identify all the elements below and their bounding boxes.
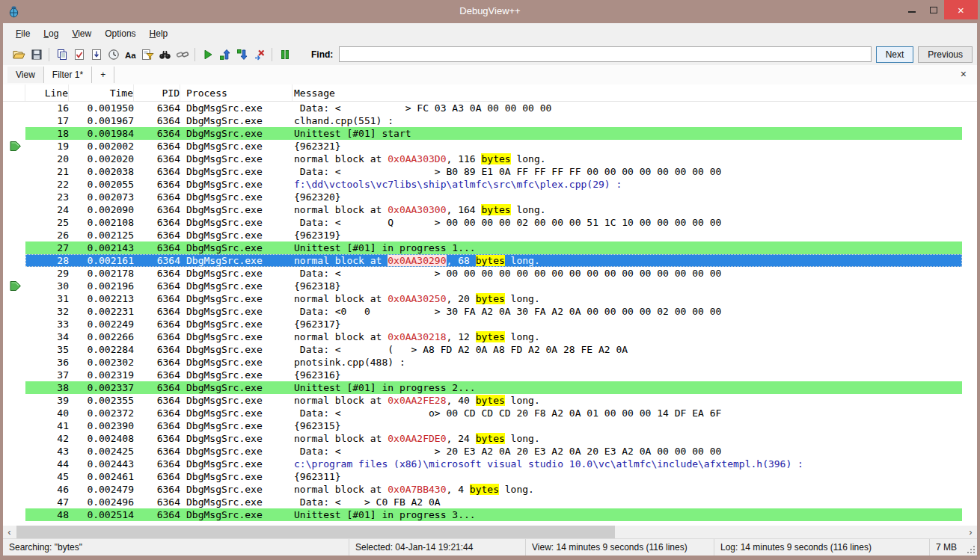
column-header-line[interactable]: Line [25,84,69,101]
log-row-17[interactable]: 170.0019676364DbgMsgSrc.execlhand.cpp(55… [3,114,977,127]
cell-process: DbgMsgSrc.exe [180,127,293,140]
cell-line: 37 [25,369,69,381]
resize-grip[interactable] [967,545,976,554]
bookmark-arrow-icon[interactable] [3,280,25,292]
log-row-45[interactable]: 450.0024616364DbgMsgSrc.exe{962311} [3,470,977,483]
log-row-42[interactable]: 420.0024086364DbgMsgSrc.exenormal block … [3,432,977,445]
save-icon[interactable] [28,46,45,63]
run-icon[interactable] [199,46,216,63]
minimize-button[interactable] [901,0,922,19]
cell-time: 0.002496 [69,496,134,508]
find-previous-button[interactable]: Previous [918,46,973,63]
log-row-34[interactable]: 340.0022666364DbgMsgSrc.exenormal block … [3,330,977,343]
scroll-right-arrow-icon[interactable]: › [964,526,977,538]
scroll-left-arrow-icon[interactable]: ‹ [3,526,16,538]
bookmark-down-icon[interactable] [233,46,251,63]
row-body: 390.0023556364DbgMsgSrc.exenormal block … [25,394,962,407]
log-row-18[interactable]: 180.0019846364DbgMsgSrc.exeUnittest [#01… [3,127,977,140]
log-row-20[interactable]: 200.0020206364DbgMsgSrc.exenormal block … [3,153,977,165]
log-row-44[interactable]: 440.0024436364DbgMsgSrc.exec:\program fi… [3,458,977,470]
log-row-46[interactable]: 460.0024796364DbgMsgSrc.exenormal block … [3,483,977,496]
cell-line: 22 [25,178,69,191]
font-icon[interactable]: Aa [122,46,139,63]
row-gutter [3,407,25,419]
column-header-message[interactable]: Message [293,84,977,101]
find-icon[interactable] [156,46,174,63]
log-row-40[interactable]: 400.0023726364DbgMsgSrc.exe Data: < o> 0… [3,407,977,419]
horizontal-scrollbar[interactable]: ‹ › [3,526,977,538]
grid-body: 160.0019506364DbgMsgSrc.exe Data: < > FC… [3,102,977,526]
log-row-48[interactable]: 480.0025146364DbgMsgSrc.exeUnittest [#01… [3,508,977,521]
log-row-24[interactable]: 240.0020906364DbgMsgSrc.exenormal block … [3,203,977,216]
cell-message: normal block at 0x0AA30290, 68 bytes lon… [293,254,962,267]
column-header-time[interactable]: Time [69,84,134,101]
log-row-29[interactable]: 290.0021786364DbgMsgSrc.exe Data: < > 00… [3,267,977,280]
log-row-33[interactable]: 330.0022496364DbgMsgSrc.exe{962317} [3,318,977,330]
log-row-31[interactable]: 310.0022136364DbgMsgSrc.exenormal block … [3,292,977,305]
find-input[interactable] [339,46,871,62]
log-row-23[interactable]: 230.0020736364DbgMsgSrc.exe{962320} [3,191,977,203]
select-all-icon[interactable] [70,46,88,63]
log-row-27[interactable]: 270.0021436364DbgMsgSrc.exeUnittest [#01… [3,241,977,254]
log-row-38[interactable]: 380.0023376364DbgMsgSrc.exeUnittest [#01… [3,381,977,394]
log-row-43[interactable]: 430.0024256364DbgMsgSrc.exe Data: < > 20… [3,445,977,458]
cell-time: 0.002073 [69,191,134,203]
menu-item-file[interactable]: File [9,25,37,42]
log-row-37[interactable]: 370.0023196364DbgMsgSrc.exe{962316} [3,369,977,381]
row-body: 350.0022846364DbgMsgSrc.exe Data: < ( > … [25,343,962,356]
log-row-25[interactable]: 250.0021086364DbgMsgSrc.exe Data: < Q > … [3,216,977,229]
grid-header: Line Time PID Process Message [3,84,977,102]
cell-process: DbgMsgSrc.exe [180,254,293,267]
clear-log-icon[interactable] [251,46,268,63]
pause-icon[interactable] [276,46,293,63]
log-row-32[interactable]: 320.0022316364DbgMsgSrc.exe Data: <0 0 >… [3,305,977,318]
row-body: 310.0022136364DbgMsgSrc.exenormal block … [25,292,962,305]
log-row-30[interactable]: 300.0021966364DbgMsgSrc.exe{962318} [3,280,977,292]
horizontal-scrollbar-thumb[interactable] [16,526,615,538]
maximize-button[interactable] [922,0,944,19]
auto-scroll-icon[interactable] [88,46,105,63]
log-row-28[interactable]: 280.0021616364DbgMsgSrc.exenormal block … [3,254,977,267]
cell-message: c:\program files (x86)\microsoft visual … [293,458,962,470]
status-selected: Selected: 04-Jan-14 19:21:44 [349,539,525,556]
tab--[interactable]: + [92,67,114,83]
row-body: 170.0019676364DbgMsgSrc.execlhand.cpp(55… [25,114,962,127]
cell-line: 18 [25,127,69,140]
find-next-button[interactable]: Next [876,46,914,63]
copy-icon[interactable] [53,46,70,63]
open-log-icon[interactable] [10,46,28,63]
log-row-21[interactable]: 210.0020386364DbgMsgSrc.exe Data: < > B0… [3,165,977,178]
menu-item-log[interactable]: Log [37,25,65,42]
menu-item-options[interactable]: Options [98,25,142,42]
tab-view[interactable]: View [7,67,44,83]
cell-pid: 6364 [134,153,180,165]
row-gutter [3,318,25,330]
log-row-47[interactable]: 470.0024966364DbgMsgSrc.exe Data: < > C0… [3,496,977,508]
column-header-pid[interactable]: PID [134,84,180,101]
link-icon[interactable] [174,46,191,63]
log-row-41[interactable]: 410.0023906364DbgMsgSrc.exe{962315} [3,419,977,432]
menu-item-view[interactable]: View [65,25,98,42]
log-row-35[interactable]: 350.0022846364DbgMsgSrc.exe Data: < ( > … [3,343,977,356]
menu-item-help[interactable]: Help [143,25,175,42]
cell-process: DbgMsgSrc.exe [180,267,293,280]
tab-filter-1-[interactable]: Filter 1* [44,67,92,83]
row-gutter [3,470,25,483]
filter-icon[interactable] [139,46,156,63]
log-row-22[interactable]: 220.0020556364DbgMsgSrc.exef:\dd\vctools… [3,178,977,191]
column-header-process[interactable]: Process [180,84,293,101]
bookmark-arrow-icon[interactable] [3,140,25,153]
log-row-39[interactable]: 390.0023556364DbgMsgSrc.exenormal block … [3,394,977,407]
log-row-26[interactable]: 260.0021256364DbgMsgSrc.exe{962319} [3,229,977,241]
log-row-36[interactable]: 360.0023026364DbgMsgSrc.exepnotsink.cpp(… [3,356,977,369]
tab-close-icon[interactable]: × [961,68,967,80]
log-row-19[interactable]: 190.0020026364DbgMsgSrc.exe{962321} [3,140,977,153]
close-button[interactable]: × [944,0,978,19]
cell-pid: 6364 [134,470,180,483]
bookmark-up-icon[interactable] [216,46,233,63]
log-row-16[interactable]: 160.0019506364DbgMsgSrc.exe Data: < > FC… [3,102,977,114]
row-body: 440.0024436364DbgMsgSrc.exec:\program fi… [25,458,962,470]
status-searching: Searching: "bytes" [3,539,349,556]
clock-icon[interactable] [105,46,122,63]
row-body: 450.0024616364DbgMsgSrc.exe{962311} [25,470,962,483]
